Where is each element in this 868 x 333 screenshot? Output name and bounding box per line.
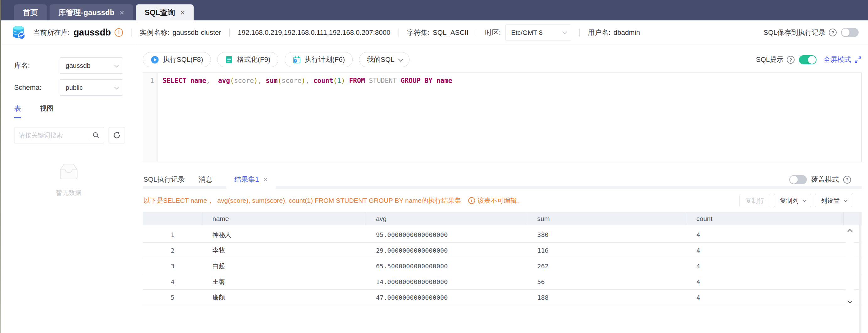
play-icon (151, 56, 159, 64)
refresh-icon (113, 131, 121, 139)
header-avg[interactable]: avg (366, 212, 527, 225)
question-icon[interactable]: ? (829, 29, 837, 36)
my-sql-button[interactable]: 我的SQL (359, 52, 409, 67)
cell-count[interactable]: 4 (686, 262, 843, 270)
sql-editor[interactable]: 1 SELECT name, avg(score), sum(score), c… (143, 72, 862, 162)
table-row[interactable]: 3白起65.50000000000000002624 (143, 258, 862, 274)
save-history-toggle[interactable] (841, 28, 859, 37)
cell-count[interactable]: 4 (686, 294, 843, 301)
schema-select-label: Schema: (14, 84, 60, 92)
results-panel: SQL执行记录 消息 结果集1 × 覆盖模式 ? 以下是SELECT name，… (143, 170, 862, 333)
cell-sum[interactable]: 188 (527, 294, 686, 301)
header-sum[interactable]: sum (527, 212, 686, 225)
copy-row-button[interactable]: 复制行 (739, 194, 770, 207)
row-number-cell[interactable]: 3 (143, 262, 203, 270)
table-row[interactable]: 5廉颇47.00000000000000001884 (143, 290, 862, 305)
tab-home[interactable]: 首页 (14, 4, 47, 21)
format-icon (225, 56, 233, 64)
table-row[interactable]: 4王翦14.0000000000000000564 (143, 274, 862, 290)
row-number-cell[interactable]: 4 (143, 278, 203, 285)
tab-tables[interactable]: 表 (14, 104, 21, 118)
fullscreen-label: 全屏模式 (824, 55, 851, 64)
db-select-label: 库名: (14, 61, 60, 70)
search-input[interactable] (14, 132, 88, 139)
row-number-cell[interactable]: 2 (143, 247, 203, 254)
scroll-up-icon[interactable] (847, 229, 852, 234)
tab-sql-query[interactable]: SQL查询 × (136, 4, 194, 21)
copy-column-button[interactable]: 复制列 (774, 194, 811, 207)
cell-name[interactable]: 王翦 (203, 277, 366, 286)
cell-name[interactable]: 廉颇 (203, 293, 366, 302)
object-browser-sidebar: 库名: gaussdb Schema: public 表 视图 (0, 45, 137, 333)
copy-row-label: 复制行 (745, 196, 764, 205)
schema-select-value: public (66, 84, 83, 91)
search-button[interactable] (88, 127, 104, 143)
timezone-select[interactable]: Etc/GMT-8 (505, 25, 571, 41)
refresh-button[interactable] (108, 127, 125, 144)
table-row[interactable]: 1神秘人95.00000000000000003804 (143, 227, 862, 243)
table-scrollbar[interactable] (846, 227, 854, 305)
explain-plan-button[interactable]: 执行计划(F6) (285, 52, 353, 67)
close-icon[interactable]: × (263, 175, 268, 184)
cell-avg[interactable]: 65.5000000000000000 (366, 262, 527, 270)
page-scrollbar-track[interactable] (859, 212, 861, 333)
column-settings-label: 列设置 (821, 196, 840, 205)
chevron-down-icon (562, 30, 567, 34)
save-history-label: SQL保存到执行记录 (764, 28, 826, 37)
results-tabbar: SQL执行记录 消息 结果集1 × 覆盖模式 ? (143, 170, 862, 189)
current-db-label: 当前所在库: (33, 28, 70, 37)
tab-db-management-label: 库管理-gaussdb (58, 7, 115, 18)
divider (229, 29, 230, 37)
column-settings-button[interactable]: 列设置 (815, 194, 852, 207)
cell-name[interactable]: 白起 (203, 262, 366, 270)
format-sql-button[interactable]: 格式化(F9) (217, 52, 278, 67)
tab-sql-history[interactable]: SQL执行记录 (144, 170, 185, 189)
cell-name[interactable]: 神秘人 (203, 231, 366, 239)
header-count[interactable]: count (686, 212, 843, 225)
fullscreen-button[interactable]: 全屏模式 (824, 55, 862, 64)
empty-box-icon (57, 163, 80, 180)
run-sql-button[interactable]: 执行SQL(F8) (143, 52, 211, 67)
tab-messages[interactable]: 消息 (199, 170, 212, 189)
close-icon[interactable]: × (180, 8, 185, 17)
row-number-cell[interactable]: 5 (143, 294, 203, 301)
username-label: 用户名: (588, 28, 610, 37)
table-row[interactable]: 2李牧29.00000000000000001164 (143, 243, 862, 258)
cell-name[interactable]: 李牧 (203, 246, 366, 254)
cell-sum[interactable]: 262 (527, 262, 686, 270)
cell-avg[interactable]: 95.0000000000000000 (366, 231, 527, 239)
line-number: 1 (150, 77, 154, 84)
schema-select[interactable]: public (60, 80, 123, 96)
overwrite-toggle[interactable] (789, 175, 807, 184)
question-icon[interactable]: ? (787, 56, 795, 64)
cell-avg[interactable]: 14.0000000000000000 (366, 278, 527, 285)
cell-avg[interactable]: 29.0000000000000000 (366, 247, 527, 254)
question-icon[interactable]: ? (843, 176, 851, 184)
cell-sum[interactable]: 116 (527, 247, 686, 254)
readonly-note-text: 该表不可编辑。 (477, 196, 524, 205)
tab-db-management[interactable]: 库管理-gaussdb × (50, 4, 133, 21)
cell-sum[interactable]: 380 (527, 231, 686, 239)
cell-avg[interactable]: 47.0000000000000000 (366, 294, 527, 301)
run-sql-label: 执行SQL(F8) (163, 55, 203, 64)
header-name[interactable]: name (203, 212, 366, 225)
sql-hint-label: SQL提示 (756, 55, 783, 64)
scroll-down-icon[interactable] (847, 299, 852, 303)
row-number-cell[interactable]: 1 (143, 231, 203, 239)
table-search-box (14, 127, 104, 144)
db-select[interactable]: gaussdb (60, 57, 123, 74)
sql-workspace: 执行SQL(F8) 格式化(F9) 执行计 (137, 45, 868, 333)
tab-result-set-1[interactable]: 结果集1 × (226, 170, 276, 189)
cell-count[interactable]: 4 (686, 278, 843, 285)
result-message: 以下是SELECT name， avg(score), sum(score), … (144, 196, 461, 205)
chevron-down-icon (398, 57, 403, 62)
cell-sum[interactable]: 56 (527, 278, 686, 285)
current-db-value: gaussdb (73, 27, 111, 38)
tab-views[interactable]: 视图 (40, 104, 54, 118)
sql-hint-toggle[interactable] (799, 55, 816, 64)
cell-count[interactable]: 4 (686, 231, 843, 239)
info-icon[interactable]: i (115, 28, 123, 37)
close-icon[interactable]: × (120, 8, 124, 17)
cell-count[interactable]: 4 (686, 247, 843, 254)
divider (477, 29, 477, 37)
